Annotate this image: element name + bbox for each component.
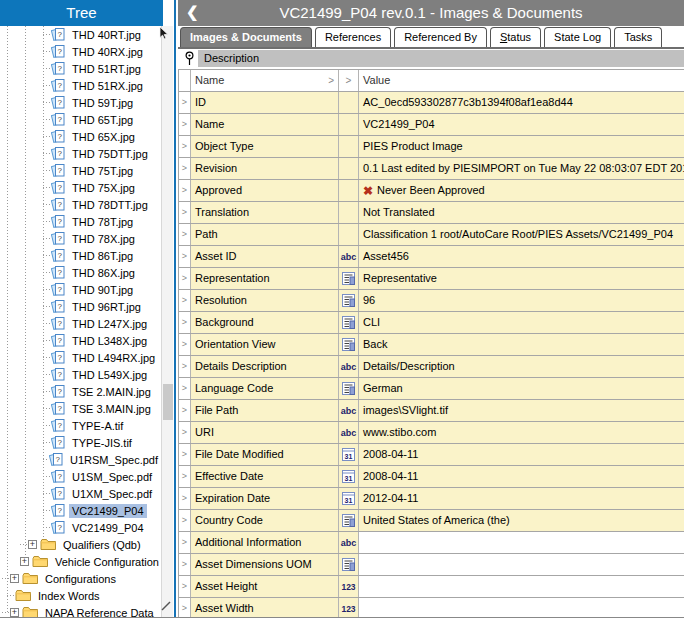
tree-item-label[interactable]: Configurations bbox=[42, 572, 119, 586]
row-expand-icon[interactable]: > bbox=[179, 158, 191, 179]
tree-item-label[interactable]: TSE 3.MAIN.jpg bbox=[69, 402, 154, 416]
tree-item-thd-78t-jpg[interactable]: ?THD 78T.jpg bbox=[0, 213, 161, 230]
tree-item-label[interactable]: THD L549X.jpg bbox=[69, 368, 150, 382]
tree-item-label[interactable]: VC21499_P04 bbox=[69, 521, 147, 535]
name-column-header[interactable]: Name> bbox=[191, 70, 339, 91]
tab-referenced-by[interactable]: Referenced By bbox=[394, 27, 487, 47]
attribute-value[interactable]: www.stibo.com bbox=[359, 422, 684, 443]
tree-item-thd-l494rx-jpg[interactable]: ?THD L494RX.jpg bbox=[0, 349, 161, 366]
tree-item-thd-96rt-jpg[interactable]: ?THD 96RT.jpg bbox=[0, 298, 161, 315]
attribute-value[interactable]: Asset456 bbox=[359, 246, 684, 267]
row-expand-icon[interactable]: > bbox=[179, 532, 191, 553]
tree-item-label[interactable]: U1SM_Spec.pdf bbox=[69, 470, 155, 484]
attribute-value[interactable]: Back bbox=[359, 334, 684, 355]
panel-splitter[interactable] bbox=[174, 0, 176, 618]
tree-item-thd-78x-jpg[interactable]: ?THD 78X.jpg bbox=[0, 230, 161, 247]
attribute-value[interactable]: CLI bbox=[359, 312, 684, 333]
tree-item-label[interactable]: THD L247X.jpg bbox=[69, 317, 150, 331]
tree-item-label[interactable]: THD 75DTT.jpg bbox=[69, 147, 151, 161]
scrollbar-thumb[interactable] bbox=[163, 384, 173, 420]
row-expand-icon[interactable]: > bbox=[179, 598, 191, 618]
attribute-value[interactable]: PIES Product Image bbox=[359, 136, 684, 157]
tree-item-label[interactable]: THD 86X.jpg bbox=[69, 266, 138, 280]
tree-item-vc21499-p04[interactable]: ?VC21499_P04 bbox=[0, 519, 161, 536]
back-icon[interactable]: ❮ bbox=[186, 3, 199, 21]
row-expand-icon[interactable]: > bbox=[179, 576, 191, 597]
attribute-value[interactable]: VC21499_P04 bbox=[359, 114, 684, 135]
tree-item-vehicle-configuration[interactable]: +Vehicle Configuration bbox=[0, 553, 161, 570]
tree-item-label[interactable]: TYPE-A.tif bbox=[69, 419, 126, 433]
tree-item-thd-78dtt-jpg[interactable]: ?THD 78DTT.jpg bbox=[0, 196, 161, 213]
row-expand-icon[interactable]: > bbox=[179, 114, 191, 135]
tree-item-qualifiers-qdb-[interactable]: +Qualifiers (Qdb) bbox=[0, 536, 161, 553]
row-expand-icon[interactable]: > bbox=[179, 444, 191, 465]
tree-item-type-jis-tif[interactable]: ?TYPE-JIS.tif bbox=[0, 434, 161, 451]
tree-item-thd-l549x-jpg[interactable]: ?THD L549X.jpg bbox=[0, 366, 161, 383]
tree-item-u1sm-spec-pdf[interactable]: ?U1SM_Spec.pdf bbox=[0, 468, 161, 485]
row-expand-icon[interactable]: > bbox=[179, 488, 191, 509]
attribute-value[interactable]: 2008-04-11 bbox=[359, 466, 684, 487]
tree-item-label[interactable]: Index Words bbox=[35, 589, 103, 603]
tree-item-thd-90t-jpg[interactable]: ?THD 90T.jpg bbox=[0, 281, 161, 298]
tree-item-label[interactable]: THD 90T.jpg bbox=[69, 283, 136, 297]
row-expand-icon[interactable]: > bbox=[179, 466, 191, 487]
tab-tasks[interactable]: Tasks bbox=[614, 27, 662, 47]
tree-item-tse-3-main-jpg[interactable]: ?TSE 3.MAIN.jpg bbox=[0, 400, 161, 417]
description-section-header[interactable]: Description bbox=[178, 50, 684, 67]
expand-plus-icon[interactable]: + bbox=[10, 574, 19, 583]
tree-item-label[interactable]: NAPA Reference Data bbox=[42, 606, 157, 618]
tree-item-thd-l247x-jpg[interactable]: ?THD L247X.jpg bbox=[0, 315, 161, 332]
attribute-value[interactable]: 96 bbox=[359, 290, 684, 311]
row-expand-icon[interactable]: > bbox=[179, 224, 191, 245]
tree-item-label[interactable]: THD 51RT.jpg bbox=[69, 62, 144, 76]
row-expand-icon[interactable]: > bbox=[179, 180, 191, 201]
row-expand-icon[interactable]: > bbox=[179, 136, 191, 157]
tree-item-thd-75t-jpg[interactable]: ?THD 75T.jpg bbox=[0, 162, 161, 179]
tree-item-label[interactable]: TYPE-JIS.tif bbox=[69, 436, 135, 450]
tab-status[interactable]: Status bbox=[490, 27, 541, 47]
tree-item-thd-51rx-jpg[interactable]: ?THD 51RX.jpg bbox=[0, 77, 161, 94]
tab-images-documents[interactable]: Images & Documents bbox=[180, 27, 312, 47]
tree-item-thd-75x-jpg[interactable]: ?THD 75X.jpg bbox=[0, 179, 161, 196]
tree-item-vc21499-p04[interactable]: ?VC21499_P04 bbox=[0, 502, 161, 519]
tree-item-label[interactable]: THD 96RT.jpg bbox=[69, 300, 144, 314]
icon-column-header[interactable]: > bbox=[339, 70, 359, 91]
tree-item-label[interactable]: Vehicle Configuration bbox=[52, 555, 161, 569]
expand-plus-icon[interactable]: + bbox=[20, 557, 29, 566]
tree-item-label[interactable]: THD L494RX.jpg bbox=[69, 351, 158, 365]
attribute-value[interactable]: German bbox=[359, 378, 684, 399]
tree-item-thd-40rx-jpg[interactable]: ?THD 40RX.jpg bbox=[0, 43, 161, 60]
attribute-value[interactable]: Classification 1 root/AutoCare Root/PIES… bbox=[359, 224, 684, 245]
attribute-value[interactable] bbox=[359, 598, 684, 618]
tree-item-thd-l348x-jpg[interactable]: ?THD L348X.jpg bbox=[0, 332, 161, 349]
attribute-value[interactable] bbox=[359, 532, 684, 553]
tree-item-label[interactable]: Qualifiers (Qdb) bbox=[60, 538, 144, 552]
tree-item-label[interactable]: THD 78X.jpg bbox=[69, 232, 138, 246]
tree-item-label[interactable]: THD 78T.jpg bbox=[69, 215, 136, 229]
attribute-value[interactable]: Representative bbox=[359, 268, 684, 289]
attribute-value[interactable] bbox=[359, 576, 684, 597]
tree-item-label[interactable]: THD 75X.jpg bbox=[69, 181, 138, 195]
attribute-value[interactable]: images\SVlight.tif bbox=[359, 400, 684, 421]
attribute-value[interactable]: United States of America (the) bbox=[359, 510, 684, 531]
tree-item-thd-51rt-jpg[interactable]: ?THD 51RT.jpg bbox=[0, 60, 161, 77]
tree-item-thd-86t-jpg[interactable]: ?THD 86T.jpg bbox=[0, 247, 161, 264]
attribute-value[interactable]: 0.1 Last edited by PIESIMPORT on Tue May… bbox=[359, 158, 684, 179]
attribute-value[interactable]: ✖Never Been Approved bbox=[359, 180, 684, 201]
tree-item-thd-59t-jpg[interactable]: ?THD 59T.jpg bbox=[0, 94, 161, 111]
tree-scrollbar[interactable] bbox=[161, 26, 173, 618]
row-expand-icon[interactable]: > bbox=[179, 202, 191, 223]
tree-item-thd-65t-jpg[interactable]: ?THD 65T.jpg bbox=[0, 111, 161, 128]
expand-plus-icon[interactable]: + bbox=[28, 540, 37, 549]
attribute-value[interactable]: AC_0ecd593302877c3b1394f08af1ea8d44 bbox=[359, 92, 684, 113]
tree-item-label[interactable]: THD L348X.jpg bbox=[69, 334, 150, 348]
sort-indicator-icon[interactable]: > bbox=[328, 70, 334, 91]
tree-item-label[interactable]: THD 65X.jpg bbox=[69, 130, 138, 144]
attribute-value[interactable]: 2008-04-11 bbox=[359, 444, 684, 465]
row-expand-icon[interactable]: > bbox=[179, 356, 191, 377]
row-expand-icon[interactable]: > bbox=[179, 510, 191, 531]
tree-item-label[interactable]: THD 75T.jpg bbox=[69, 164, 136, 178]
row-expand-icon[interactable]: > bbox=[179, 92, 191, 113]
tree-item-label[interactable]: THD 51RX.jpg bbox=[69, 79, 146, 93]
tree-item-label[interactable]: THD 40RT.jpg bbox=[69, 28, 144, 42]
